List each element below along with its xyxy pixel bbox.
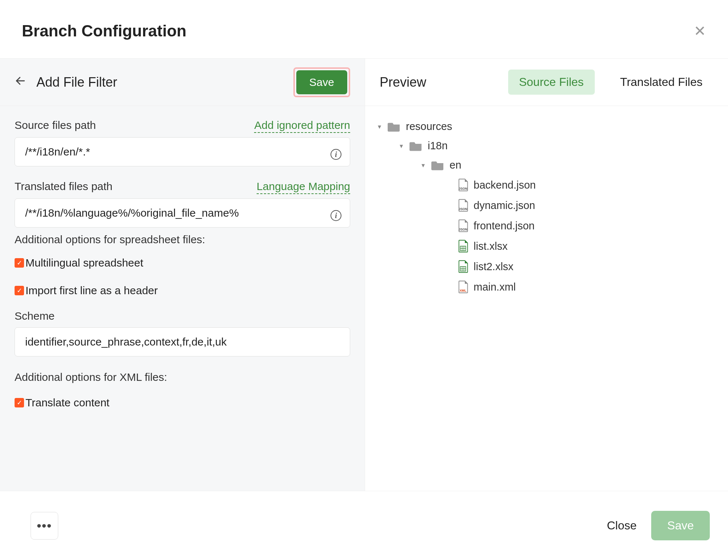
more-options-button[interactable]: ••• xyxy=(31,512,58,540)
translate-content-checkbox[interactable]: ✓ xyxy=(15,398,24,407)
left-panel: Add File Filter Save Source files path A… xyxy=(0,59,365,491)
tree-file-label[interactable]: backend.json xyxy=(474,179,536,191)
back-arrow-icon[interactable] xyxy=(15,75,26,90)
caret-icon[interactable]: ▾ xyxy=(376,123,383,131)
tree-folder-label[interactable]: resources xyxy=(406,121,452,133)
close-icon[interactable]: ✕ xyxy=(694,23,706,39)
save-filter-button[interactable]: Save xyxy=(296,70,347,94)
tree-file-label[interactable]: dynamic.json xyxy=(474,200,535,212)
scheme-label: Scheme xyxy=(15,310,350,322)
folder-icon xyxy=(410,141,423,151)
info-icon[interactable]: i xyxy=(331,210,341,221)
svg-text:JSON: JSON xyxy=(459,228,467,231)
xlsx-file-icon xyxy=(458,260,468,273)
multilingual-checkbox[interactable]: ✓ xyxy=(15,258,24,268)
tree-file-label[interactable]: list.xlsx xyxy=(474,240,507,252)
close-button[interactable]: Close xyxy=(592,512,651,540)
scheme-input[interactable] xyxy=(15,327,350,356)
tree-file-label[interactable]: frontend.json xyxy=(474,220,535,232)
tree-file-label[interactable]: main.xml xyxy=(474,281,516,293)
json-file-icon: JSON xyxy=(458,199,468,212)
tree-folder-label[interactable]: i18n xyxy=(428,140,448,152)
right-panel: Preview Source Files Translated Files ▾ … xyxy=(365,59,728,491)
tree-file-label[interactable]: list2.xlsx xyxy=(474,261,514,273)
svg-text:JSON: JSON xyxy=(459,187,467,190)
svg-text:XML: XML xyxy=(460,289,467,292)
translated-path-input[interactable] xyxy=(15,198,350,228)
svg-text:JSON: JSON xyxy=(459,207,467,211)
source-path-label: Source files path xyxy=(15,119,96,131)
source-path-input[interactable] xyxy=(15,137,350,166)
xlsx-file-icon xyxy=(458,240,468,253)
first-line-header-checkbox[interactable]: ✓ xyxy=(15,286,24,295)
save-button[interactable]: Save xyxy=(651,511,710,540)
caret-icon[interactable]: ▾ xyxy=(398,142,404,150)
folder-icon xyxy=(431,160,444,171)
save-button-highlight: Save xyxy=(293,67,350,97)
file-tree: ▾ resources ▾ i18n ▾ xyxy=(365,106,728,491)
info-icon[interactable]: i xyxy=(331,149,341,160)
translate-content-label: Translate content xyxy=(25,397,110,409)
folder-icon xyxy=(388,121,401,132)
tab-translated-files[interactable]: Translated Files xyxy=(609,70,713,95)
xml-options-label: Additional options for XML files: xyxy=(15,371,350,383)
left-panel-title: Add File Filter xyxy=(36,75,283,90)
spreadsheet-options-label: Additional options for spreadsheet files… xyxy=(15,233,350,246)
translated-path-label: Translated files path xyxy=(15,180,112,193)
first-line-header-label: Import first line as a header xyxy=(25,284,158,297)
tab-source-files[interactable]: Source Files xyxy=(508,70,595,95)
json-file-icon: JSON xyxy=(458,219,468,232)
tree-folder-label[interactable]: en xyxy=(450,159,461,171)
modal-title: Branch Configuration xyxy=(22,22,186,40)
multilingual-label: Multilingual spreadsheet xyxy=(25,257,143,269)
caret-icon[interactable]: ▾ xyxy=(420,161,426,169)
language-mapping-link[interactable]: Language Mapping xyxy=(257,180,350,194)
xml-file-icon: XML xyxy=(458,280,468,293)
preview-title: Preview xyxy=(380,75,494,90)
add-ignored-pattern-link[interactable]: Add ignored pattern xyxy=(254,119,350,133)
json-file-icon: JSON xyxy=(458,178,468,192)
